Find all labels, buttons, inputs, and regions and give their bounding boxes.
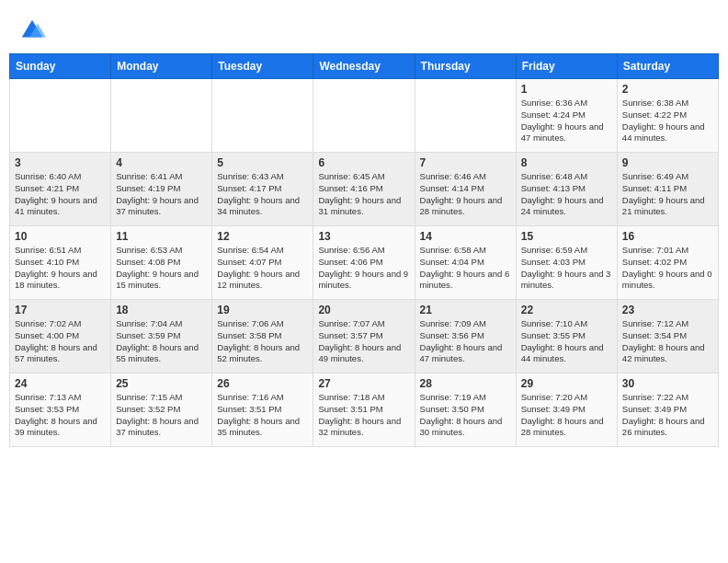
day-cell: 8Sunrise: 6:48 AM Sunset: 4:13 PM Daylig… bbox=[516, 153, 617, 226]
week-row-4: 17Sunrise: 7:02 AM Sunset: 4:00 PM Dayli… bbox=[10, 300, 719, 373]
day-info: Sunrise: 7:10 AM Sunset: 3:55 PM Dayligh… bbox=[521, 318, 612, 365]
day-cell: 30Sunrise: 7:22 AM Sunset: 3:49 PM Dayli… bbox=[617, 373, 718, 447]
logo bbox=[18, 17, 50, 44]
day-number: 26 bbox=[217, 377, 308, 390]
header-row: SundayMondayTuesdayWednesdayThursdayFrid… bbox=[10, 54, 719, 79]
day-number: 2 bbox=[622, 83, 713, 96]
day-number: 16 bbox=[622, 230, 713, 243]
day-info: Sunrise: 7:04 AM Sunset: 3:59 PM Dayligh… bbox=[116, 318, 207, 365]
day-cell: 12Sunrise: 6:54 AM Sunset: 4:07 PM Dayli… bbox=[212, 226, 313, 300]
day-cell: 4Sunrise: 6:41 AM Sunset: 4:19 PM Daylig… bbox=[111, 153, 212, 226]
day-info: Sunrise: 6:38 AM Sunset: 4:22 PM Dayligh… bbox=[622, 98, 713, 144]
day-info: Sunrise: 7:15 AM Sunset: 3:52 PM Dayligh… bbox=[116, 392, 207, 439]
day-info: Sunrise: 7:20 AM Sunset: 3:49 PM Dayligh… bbox=[521, 392, 612, 439]
day-cell: 2Sunrise: 6:38 AM Sunset: 4:22 PM Daylig… bbox=[617, 79, 718, 153]
day-info: Sunrise: 7:02 AM Sunset: 4:00 PM Dayligh… bbox=[15, 318, 106, 365]
day-info: Sunrise: 7:01 AM Sunset: 4:02 PM Dayligh… bbox=[622, 245, 713, 292]
day-info: Sunrise: 6:53 AM Sunset: 4:08 PM Dayligh… bbox=[116, 245, 207, 292]
calendar-body: 1Sunrise: 6:36 AM Sunset: 4:24 PM Daylig… bbox=[10, 79, 719, 447]
day-number: 18 bbox=[116, 304, 207, 316]
day-number: 9 bbox=[622, 156, 713, 169]
day-number: 28 bbox=[420, 377, 511, 390]
week-row-2: 3Sunrise: 6:40 AM Sunset: 4:21 PM Daylig… bbox=[10, 153, 719, 226]
day-info: Sunrise: 7:13 AM Sunset: 3:53 PM Dayligh… bbox=[15, 392, 106, 439]
header-cell-saturday: Saturday bbox=[617, 54, 718, 79]
day-cell bbox=[10, 79, 111, 153]
day-cell: 17Sunrise: 7:02 AM Sunset: 4:00 PM Dayli… bbox=[10, 300, 111, 373]
day-info: Sunrise: 7:09 AM Sunset: 3:56 PM Dayligh… bbox=[420, 318, 511, 365]
day-cell: 10Sunrise: 6:51 AM Sunset: 4:10 PM Dayli… bbox=[10, 226, 111, 300]
day-info: Sunrise: 6:51 AM Sunset: 4:10 PM Dayligh… bbox=[15, 245, 106, 292]
day-cell: 20Sunrise: 7:07 AM Sunset: 3:57 PM Dayli… bbox=[313, 300, 415, 373]
day-cell: 16Sunrise: 7:01 AM Sunset: 4:02 PM Dayli… bbox=[617, 226, 718, 300]
day-cell bbox=[212, 79, 313, 153]
header bbox=[0, 0, 728, 53]
header-cell-thursday: Thursday bbox=[415, 54, 516, 79]
day-cell: 14Sunrise: 6:58 AM Sunset: 4:04 PM Dayli… bbox=[415, 226, 516, 300]
day-info: Sunrise: 6:36 AM Sunset: 4:24 PM Dayligh… bbox=[521, 98, 612, 144]
day-number: 10 bbox=[15, 230, 106, 243]
day-info: Sunrise: 6:56 AM Sunset: 4:06 PM Dayligh… bbox=[318, 245, 409, 292]
day-info: Sunrise: 6:59 AM Sunset: 4:03 PM Dayligh… bbox=[521, 245, 612, 292]
header-cell-sunday: Sunday bbox=[10, 54, 111, 79]
day-info: Sunrise: 6:40 AM Sunset: 4:21 PM Dayligh… bbox=[15, 171, 106, 218]
day-info: Sunrise: 6:43 AM Sunset: 4:17 PM Dayligh… bbox=[217, 171, 308, 218]
day-number: 21 bbox=[420, 304, 511, 316]
day-info: Sunrise: 7:16 AM Sunset: 3:51 PM Dayligh… bbox=[217, 392, 308, 439]
day-cell bbox=[111, 79, 212, 153]
header-cell-friday: Friday bbox=[516, 54, 617, 79]
day-info: Sunrise: 6:41 AM Sunset: 4:19 PM Dayligh… bbox=[116, 171, 207, 218]
header-cell-monday: Monday bbox=[111, 54, 212, 79]
day-info: Sunrise: 7:22 AM Sunset: 3:49 PM Dayligh… bbox=[622, 392, 713, 439]
day-info: Sunrise: 6:45 AM Sunset: 4:16 PM Dayligh… bbox=[318, 171, 409, 218]
day-number: 22 bbox=[521, 304, 612, 316]
day-info: Sunrise: 7:07 AM Sunset: 3:57 PM Dayligh… bbox=[318, 318, 409, 365]
calendar-table: SundayMondayTuesdayWednesdayThursdayFrid… bbox=[9, 53, 719, 447]
day-cell: 11Sunrise: 6:53 AM Sunset: 4:08 PM Dayli… bbox=[111, 226, 212, 300]
day-number: 4 bbox=[116, 156, 207, 169]
day-info: Sunrise: 6:49 AM Sunset: 4:11 PM Dayligh… bbox=[622, 171, 713, 218]
day-cell: 15Sunrise: 6:59 AM Sunset: 4:03 PM Dayli… bbox=[516, 226, 617, 300]
day-info: Sunrise: 7:18 AM Sunset: 3:51 PM Dayligh… bbox=[318, 392, 409, 439]
day-cell bbox=[313, 79, 415, 153]
day-info: Sunrise: 7:06 AM Sunset: 3:58 PM Dayligh… bbox=[217, 318, 308, 365]
day-cell: 18Sunrise: 7:04 AM Sunset: 3:59 PM Dayli… bbox=[111, 300, 212, 373]
day-cell: 22Sunrise: 7:10 AM Sunset: 3:55 PM Dayli… bbox=[516, 300, 617, 373]
day-info: Sunrise: 7:19 AM Sunset: 3:50 PM Dayligh… bbox=[420, 392, 511, 439]
day-cell: 19Sunrise: 7:06 AM Sunset: 3:58 PM Dayli… bbox=[212, 300, 313, 373]
day-cell: 7Sunrise: 6:46 AM Sunset: 4:14 PM Daylig… bbox=[415, 153, 516, 226]
day-cell: 13Sunrise: 6:56 AM Sunset: 4:06 PM Dayli… bbox=[313, 226, 415, 300]
day-cell: 26Sunrise: 7:16 AM Sunset: 3:51 PM Dayli… bbox=[212, 373, 313, 447]
day-number: 25 bbox=[116, 377, 207, 390]
day-cell: 25Sunrise: 7:15 AM Sunset: 3:52 PM Dayli… bbox=[111, 373, 212, 447]
day-number: 8 bbox=[521, 156, 612, 169]
day-number: 6 bbox=[318, 156, 409, 169]
day-info: Sunrise: 7:12 AM Sunset: 3:54 PM Dayligh… bbox=[622, 318, 713, 365]
day-cell: 5Sunrise: 6:43 AM Sunset: 4:17 PM Daylig… bbox=[212, 153, 313, 226]
header-cell-wednesday: Wednesday bbox=[313, 54, 415, 79]
day-number: 15 bbox=[521, 230, 612, 243]
day-number: 17 bbox=[15, 304, 106, 316]
day-number: 23 bbox=[622, 304, 713, 316]
day-cell: 9Sunrise: 6:49 AM Sunset: 4:11 PM Daylig… bbox=[617, 153, 718, 226]
day-number: 19 bbox=[217, 304, 308, 316]
calendar-wrapper: SundayMondayTuesdayWednesdayThursdayFrid… bbox=[0, 53, 728, 456]
week-row-5: 24Sunrise: 7:13 AM Sunset: 3:53 PM Dayli… bbox=[10, 373, 719, 447]
day-number: 20 bbox=[318, 304, 409, 316]
day-number: 24 bbox=[15, 377, 106, 390]
day-info: Sunrise: 6:54 AM Sunset: 4:07 PM Dayligh… bbox=[217, 245, 308, 292]
week-row-3: 10Sunrise: 6:51 AM Sunset: 4:10 PM Dayli… bbox=[10, 226, 719, 300]
day-cell bbox=[415, 79, 516, 153]
header-cell-tuesday: Tuesday bbox=[212, 54, 313, 79]
day-info: Sunrise: 6:46 AM Sunset: 4:14 PM Dayligh… bbox=[420, 171, 511, 218]
day-cell: 28Sunrise: 7:19 AM Sunset: 3:50 PM Dayli… bbox=[415, 373, 516, 447]
day-cell: 23Sunrise: 7:12 AM Sunset: 3:54 PM Dayli… bbox=[617, 300, 718, 373]
day-number: 13 bbox=[318, 230, 409, 243]
day-cell: 3Sunrise: 6:40 AM Sunset: 4:21 PM Daylig… bbox=[10, 153, 111, 226]
day-info: Sunrise: 6:48 AM Sunset: 4:13 PM Dayligh… bbox=[521, 171, 612, 218]
day-number: 3 bbox=[15, 156, 106, 169]
day-number: 29 bbox=[521, 377, 612, 390]
day-number: 5 bbox=[217, 156, 308, 169]
day-number: 30 bbox=[622, 377, 713, 390]
day-cell: 6Sunrise: 6:45 AM Sunset: 4:16 PM Daylig… bbox=[313, 153, 415, 226]
